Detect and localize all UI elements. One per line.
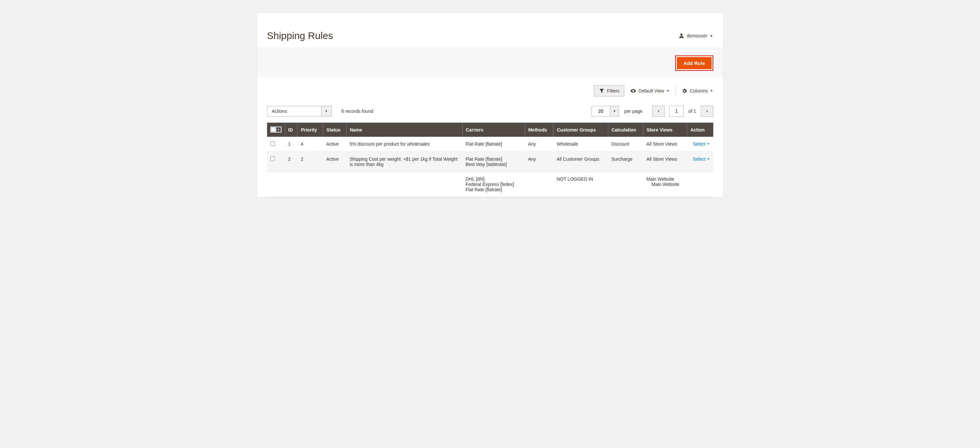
cell-methods: Any [525,152,553,172]
gear-icon [681,88,687,94]
row-checkbox[interactable] [270,156,275,161]
caret-down-icon: ▼ [667,89,669,92]
cell-methods: Any [525,137,553,152]
table-body: 1 4 Active 5% discount per product for w… [267,137,713,197]
per-page-selector[interactable]: ▼ [592,106,619,116]
col-id[interactable]: ID [285,123,298,137]
cell-methods [525,172,553,197]
caret-down-icon: ▼ [325,110,328,113]
mass-actions-dropdown[interactable]: Actions ▼ [267,106,332,116]
cell-id: 1 [285,137,298,152]
cell-status [323,172,347,197]
add-rule-button[interactable]: Add Rule [677,57,712,69]
cell-carriers: DHL [dhl] Federal Express [fedex] Flat R… [462,172,525,197]
row-action-select[interactable]: Select ▼ [690,156,710,162]
row-action-select[interactable]: Select ▼ [690,141,710,146]
cell-status: Active [323,137,347,152]
col-priority[interactable]: Priority [298,123,323,137]
controls-left: Actions ▼ 6 records found [267,106,373,116]
grid-toolbar: Filters Default View ▼ Columns ▼ [257,78,723,99]
page-title: Shipping Rules [267,30,333,41]
default-view-dropdown[interactable]: Default View ▼ [630,88,669,94]
add-rule-highlight: Add Rule [675,56,713,71]
per-page-input[interactable] [592,106,610,116]
col-store-views[interactable]: Store Views [643,123,687,137]
default-view-label: Default View [638,88,664,94]
cell-customer-groups: NOT LOGGED IN [554,172,608,197]
col-checkbox[interactable]: ▼ [267,123,285,137]
cell-id: 2 [285,152,298,172]
page-input[interactable] [669,106,684,117]
actions-label: Actions [267,106,321,116]
cell-carriers: Flat Rate [flatrate] Best Way [tablerate… [462,152,525,172]
cell-store-views: All Store Views [643,152,687,172]
col-status[interactable]: Status [323,123,347,137]
next-page-button[interactable] [701,106,713,117]
col-customer-groups[interactable]: Customer Groups [554,123,608,137]
of-pages: of 1 [688,108,696,114]
controls-right: ▼ per page of 1 [592,106,713,117]
cell-priority [298,172,323,197]
select-all-checkbox[interactable] [271,127,275,132]
chevron-right-icon [705,109,709,113]
cell-name: Shipping Cost per weight: +$1 per 1kg if… [346,152,462,172]
cell-priority: 4 [298,137,323,152]
caret-down-icon: ▼ [707,142,710,146]
caret-down-icon: ▼ [613,110,616,113]
col-methods[interactable]: Methods [525,123,553,137]
select-all-toggle[interactable]: ▼ [276,127,281,132]
cell-priority: 2 [298,152,323,172]
cell-customer-groups: Wholesale [554,137,608,152]
eye-icon [630,88,636,94]
user-icon [679,33,684,38]
rules-grid: ▼ ID Priority Status Name Carriers Metho… [267,123,713,197]
page-header: Shipping Rules demouser ▼ [257,13,723,48]
prev-page-button[interactable] [652,106,665,117]
table-header-row: ▼ ID Priority Status Name Carriers Metho… [267,123,713,137]
divider [675,87,676,95]
action-bar: Add Rule [257,48,723,78]
cell-carriers: Flat Rate [flatrate] [462,137,525,152]
caret-down-icon: ▼ [710,34,713,38]
row-checkbox[interactable] [270,141,275,146]
caret-down-icon: ▼ [707,157,710,161]
columns-label: Columns [690,88,708,94]
chevron-left-icon [657,109,660,113]
caret-down-icon: ▼ [710,89,713,92]
cell-name [346,172,462,197]
cell-calculation: Discount [608,137,643,152]
cell-store-views: Main Website Main Website [643,172,687,197]
actions-toggle[interactable]: ▼ [321,106,332,116]
cell-customer-groups: All Customer Groups [554,152,608,172]
filters-button[interactable]: Filters [594,85,624,97]
columns-dropdown[interactable]: Columns ▼ [681,88,713,94]
filters-label: Filters [607,88,619,94]
cell-store-views: All Store Views [643,137,687,152]
cell-name: 5% discount per product for wholesales [346,137,462,152]
cell-calculation: Surcharge [608,152,643,172]
grid-controls: Actions ▼ 6 records found ▼ per page of … [257,99,723,123]
user-menu[interactable]: demouser ▼ [679,33,713,38]
per-page-label: per page [624,108,643,114]
cell-id [285,172,298,197]
rules-table: ▼ ID Priority Status Name Carriers Metho… [267,123,713,197]
table-row[interactable]: 1 4 Active 5% discount per product for w… [267,137,713,152]
admin-panel: Shipping Rules demouser ▼ Add Rule Filte… [257,13,723,197]
funnel-icon [599,88,605,94]
cell-calculation [608,172,643,197]
col-name[interactable]: Name [346,123,462,137]
col-carriers[interactable]: Carriers [462,123,525,137]
col-calculation[interactable]: Calculation [608,123,643,137]
records-found: 6 records found [342,108,373,114]
table-row[interactable]: 2 2 Active Shipping Cost per weight: +$1… [267,152,713,172]
col-action[interactable]: Action [687,123,713,137]
cell-status: Active [323,152,347,172]
table-row[interactable]: DHL [dhl] Federal Express [fedex] Flat R… [267,172,713,197]
per-page-toggle[interactable]: ▼ [610,106,619,116]
user-name: demouser [687,33,707,38]
